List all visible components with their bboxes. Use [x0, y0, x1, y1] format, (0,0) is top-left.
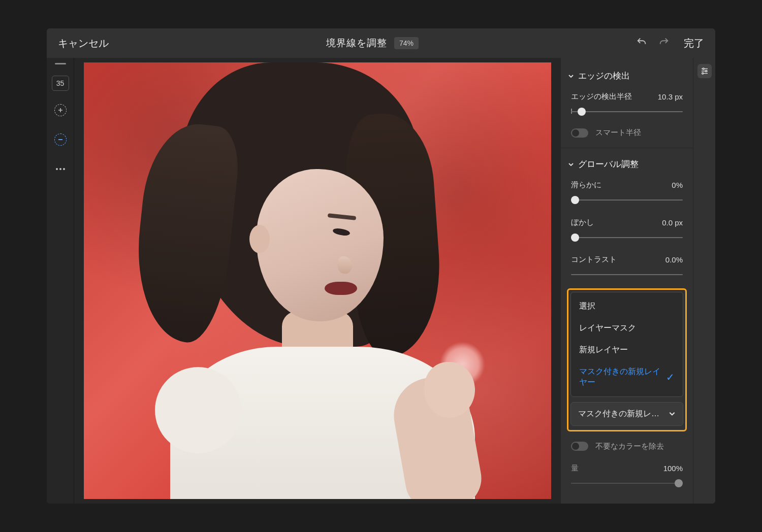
smart-radius-toggle[interactable]: スマート半径: [561, 126, 693, 145]
output-option-layermask[interactable]: レイヤーマスク: [571, 317, 683, 339]
right-panel: エッジの検出 エッジの検出半径 10.3 px スマート半径: [561, 58, 693, 504]
amount-row: 量 100%: [561, 460, 693, 474]
feather-label: ぼかし: [571, 218, 594, 227]
edge-radius-value: 10.3 px: [658, 92, 683, 101]
decontaminate-toggle[interactable]: 不要なカラーを除去: [561, 434, 693, 458]
output-menu: 選択 レイヤーマスク 新規レイヤー マスク付きの新規レイヤー ✓: [570, 292, 683, 397]
drag-handle-icon[interactable]: [55, 63, 66, 64]
output-dropdown-label: マスク付きの新規レ…: [578, 409, 659, 419]
undo-redo-group: [636, 37, 670, 50]
amount-value: 100%: [663, 464, 683, 473]
smooth-slider[interactable]: [571, 195, 683, 204]
brush-size-button[interactable]: 35: [52, 76, 69, 91]
done-button[interactable]: 完了: [684, 37, 704, 50]
redo-button[interactable]: [658, 37, 670, 50]
settings-strip: [693, 58, 715, 504]
undo-button[interactable]: [636, 37, 647, 50]
contrast-value: 0.0%: [665, 255, 683, 264]
svg-point-3: [705, 71, 707, 72]
svg-point-1: [703, 68, 704, 70]
left-toolbar: 35: [47, 58, 74, 504]
feather-row: ぼかし 0.0 px: [561, 215, 693, 228]
sliders-icon: [700, 66, 709, 76]
amount-label: 量: [571, 463, 579, 473]
output-dropdown[interactable]: マスク付きの新規レ…: [570, 402, 683, 426]
edge-radius-slider[interactable]: [571, 107, 683, 116]
smooth-label: 滑らかに: [571, 180, 601, 190]
section-global-adjust[interactable]: グローバル調整: [561, 154, 693, 175]
header-center: 境界線を調整 74%: [326, 37, 419, 50]
minus-circle-dashed-icon: [54, 134, 67, 146]
chevron-down-icon: [568, 73, 574, 79]
svg-point-5: [702, 73, 703, 74]
feather-slider[interactable]: [571, 232, 683, 242]
app-window: キャンセル 境界線を調整 74% 完了 35: [47, 28, 715, 504]
switch-off-icon: [571, 442, 588, 451]
contrast-row: コントラスト 0.0%: [561, 252, 693, 265]
output-option-selection[interactable]: 選択: [571, 295, 683, 317]
check-icon: ✓: [666, 371, 675, 383]
smooth-row: 滑らかに 0%: [561, 177, 693, 191]
edge-radius-label: エッジの検出半径: [571, 92, 632, 102]
edge-radius-row: エッジの検出半径 10.3 px: [561, 89, 693, 103]
chevron-down-icon: [568, 161, 574, 168]
decontaminate-label: 不要なカラーを除去: [595, 442, 664, 451]
page-title: 境界線を調整: [326, 37, 387, 50]
add-selection-tool[interactable]: [50, 100, 71, 120]
contrast-slider[interactable]: [571, 270, 683, 279]
smooth-value: 0%: [672, 181, 683, 189]
contrast-label: コントラスト: [571, 255, 617, 264]
output-option-newlayer[interactable]: 新規レイヤー: [571, 339, 683, 361]
header-bar: キャンセル 境界線を調整 74% 完了: [47, 28, 715, 58]
amount-slider: [571, 478, 683, 487]
feather-value: 0.0 px: [662, 218, 683, 227]
output-highlight-box: 選択 レイヤーマスク 新規レイヤー マスク付きの新規レイヤー ✓ マスク付きの新…: [567, 288, 687, 431]
cancel-button[interactable]: キャンセル: [58, 37, 109, 50]
section-edge-detection[interactable]: エッジの検出: [561, 66, 693, 87]
section-title-label: エッジの検出: [578, 70, 630, 82]
subtract-selection-tool[interactable]: [50, 129, 71, 150]
output-option-newlayer-mask[interactable]: マスク付きの新規レイヤー ✓: [571, 361, 683, 393]
output-option-label: マスク付きの新規レイヤー: [579, 367, 666, 388]
photo-preview: [84, 62, 551, 499]
zoom-badge[interactable]: 74%: [394, 37, 419, 49]
more-tools-button[interactable]: [50, 159, 71, 179]
section-title-label: グローバル調整: [578, 158, 639, 170]
settings-button[interactable]: [697, 64, 712, 78]
canvas-area[interactable]: [74, 58, 561, 504]
smart-radius-label: スマート半径: [595, 128, 641, 138]
more-horizontal-icon: [56, 168, 65, 170]
switch-off-icon: [571, 128, 588, 138]
chevron-down-icon: [669, 410, 676, 417]
plus-circle-dashed-icon: [54, 104, 67, 116]
